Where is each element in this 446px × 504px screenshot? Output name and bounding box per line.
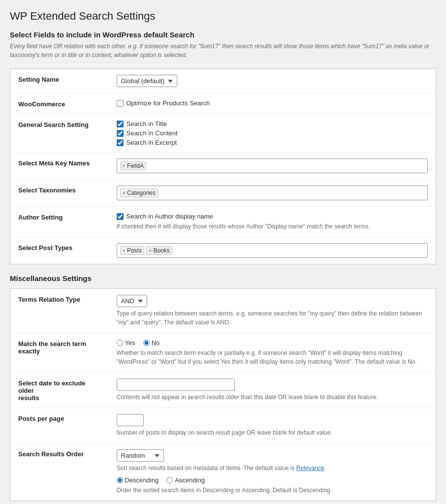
post-type-books-value: Books	[153, 247, 169, 254]
author-setting-label: Author Setting	[18, 214, 63, 221]
ascending-text: Ascending	[175, 476, 205, 484]
post-type-books-tag: × Books	[146, 246, 172, 255]
posts-per-page-description: Number of posts to display on search res…	[117, 428, 428, 437]
post-types-label: Select Post Types	[18, 244, 72, 252]
ascending-radio[interactable]	[166, 477, 173, 483]
meta-key-names-row: Select Meta Key Names × FieldA	[10, 153, 436, 180]
terms-relation-select[interactable]: AND OR	[117, 295, 147, 307]
woocommerce-checkbox[interactable]	[117, 100, 124, 107]
author-setting-row: Author Setting Search in Author display …	[10, 207, 436, 237]
setting-name-row: Setting Name Global (default) Custom	[10, 69, 436, 94]
search-in-title-label[interactable]: Search in Title	[127, 120, 167, 127]
descending-radio[interactable]	[117, 477, 123, 483]
section1-description: Every field have OR relation with each o…	[10, 42, 436, 60]
search-in-title-checkbox[interactable]	[117, 121, 124, 127]
search-in-content-label[interactable]: Search in Content	[127, 129, 178, 137]
meta-key-tag: × FieldA	[120, 161, 146, 170]
post-types-input[interactable]: × Posts × Books	[117, 243, 428, 258]
match-yes-label[interactable]: Yes	[117, 339, 135, 346]
taxonomies-row: Select Taxonomies × Categories	[10, 180, 436, 207]
match-exactly-label: Match the search term exactly	[18, 340, 86, 355]
meta-key-names-input[interactable]: × FieldA	[117, 158, 428, 173]
search-in-excerpt-label[interactable]: Search in Excerpt	[127, 139, 177, 146]
match-no-radio[interactable]	[143, 340, 150, 346]
author-display-name-checkbox[interactable]	[117, 213, 124, 220]
match-yes-text: Yes	[125, 339, 135, 346]
taxonomy-tag-remove[interactable]: ×	[123, 190, 126, 196]
match-exactly-row: Match the search term exactly Yes No Whe…	[10, 333, 436, 373]
setting-name-select[interactable]: Global (default) Custom	[117, 75, 177, 87]
sort-direction-description: Order the sorted search items in Descend…	[117, 486, 428, 495]
meta-key-names-label: Select Meta Key Names	[18, 159, 90, 167]
terms-relation-label: Terms Relation Type	[18, 296, 80, 303]
meta-key-tag-value: FieldA	[127, 162, 144, 169]
section1-title: Select Fields to include in WordPress de…	[10, 31, 436, 39]
match-no-label[interactable]: No	[143, 339, 160, 346]
descending-label[interactable]: Descending	[117, 476, 159, 484]
post-type-posts-remove[interactable]: ×	[123, 248, 126, 253]
search-order-row: Search Results Order Random Relevance Da…	[10, 443, 436, 501]
exclude-date-label-line2: results	[18, 394, 39, 402]
match-yes-radio[interactable]	[117, 340, 123, 346]
search-order-description: Sort search results based on metadata of…	[117, 464, 428, 472]
taxonomies-input[interactable]: × Categories	[117, 186, 428, 200]
taxonomy-tag: × Categories	[120, 189, 158, 197]
exclude-date-row: Select date to exclude older results Con…	[10, 373, 436, 408]
author-setting-description: If checked then it will display those re…	[117, 222, 428, 231]
posts-per-page-label: Posts per page	[18, 415, 64, 422]
ascending-label[interactable]: Ascending	[166, 476, 205, 484]
post-types-row: Select Post Types × Posts × Books	[10, 237, 436, 264]
meta-key-tag-remove[interactable]: ×	[123, 163, 126, 169]
general-search-row: General Search Setting Search in Title S…	[10, 114, 436, 153]
search-order-label: Search Results Order	[18, 450, 84, 458]
misc-section-title: Miscellaneous Settings	[10, 274, 436, 283]
taxonomy-tag-value: Categories	[127, 189, 156, 196]
search-in-content-checkbox[interactable]	[117, 130, 124, 137]
descending-text: Descending	[125, 476, 159, 484]
exclude-date-description: Contents will not appear in search resul…	[117, 393, 428, 402]
setting-name-label: Setting Name	[18, 76, 59, 83]
posts-per-page-input[interactable]	[117, 414, 144, 426]
search-order-select[interactable]: Random Relevance Date Title	[117, 449, 164, 462]
match-exactly-description: Whether to match search term exactly or …	[117, 348, 428, 366]
exclude-date-input[interactable]	[117, 378, 235, 391]
terms-relation-row: Terms Relation Type AND OR Type of query…	[10, 289, 436, 333]
search-in-excerpt-checkbox[interactable]	[117, 139, 124, 146]
relevance-link[interactable]: Relevance	[296, 465, 324, 472]
exclude-date-label-line1: Select date to exclude older	[18, 379, 86, 394]
author-display-name-label[interactable]: Search in Author display name	[127, 213, 213, 220]
woocommerce-row: WooCommerce Optimize for Products Search	[10, 94, 436, 114]
woocommerce-label: WooCommerce	[18, 100, 65, 108]
post-type-posts-value: Posts	[127, 247, 142, 254]
post-type-posts-tag: × Posts	[120, 246, 144, 255]
posts-per-page-row: Posts per page Number of posts to displa…	[10, 408, 436, 443]
terms-relation-description: Type of query relation between search te…	[117, 309, 428, 327]
general-search-label: General Search Setting	[18, 121, 89, 128]
taxonomies-label: Select Taxonomies	[18, 187, 76, 194]
post-type-books-remove[interactable]: ×	[149, 248, 152, 253]
match-no-text: No	[152, 339, 160, 346]
page-title: WP Extended Search Settings	[10, 10, 436, 23]
woocommerce-checkbox-label[interactable]: Optimize for Products Search	[127, 99, 210, 107]
